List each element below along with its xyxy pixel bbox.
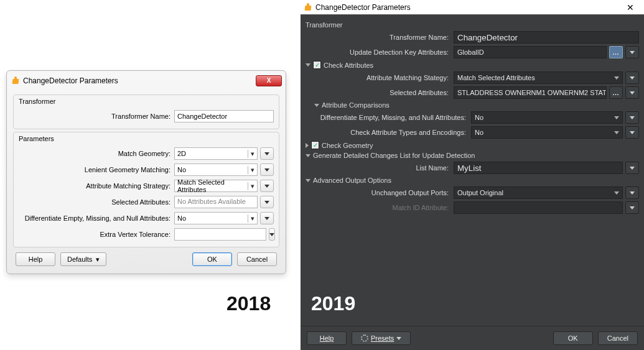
selected-attrs-menu-button[interactable] bbox=[625, 86, 639, 99]
match-geometry-menu-button[interactable] bbox=[260, 147, 274, 160]
chevron-down-icon bbox=[630, 116, 635, 119]
unchanged-ports-select[interactable]: Output Original bbox=[454, 187, 623, 199]
section-check-geometry-label: Check Geometry bbox=[322, 142, 373, 149]
chevron-down-icon: ▾ bbox=[248, 214, 254, 223]
unchanged-ports-menu-button[interactable] bbox=[625, 187, 639, 199]
help-button[interactable]: Help bbox=[16, 252, 55, 266]
chevron-down-icon bbox=[630, 206, 635, 210]
year-2018-label: 2018 bbox=[226, 292, 271, 315]
lenient-select[interactable]: No ▾ bbox=[174, 163, 258, 176]
chevron-down-icon: ▾ bbox=[248, 150, 254, 158]
expander-icon bbox=[306, 179, 310, 182]
check-types-menu-button[interactable] bbox=[625, 126, 639, 139]
dialog-footer-2018: Help Defaults ▾ OK Cancel bbox=[13, 247, 279, 267]
unchanged-ports-label: Unchanged Output Ports: bbox=[306, 189, 454, 196]
section-check-attributes[interactable]: Check Attributes bbox=[306, 61, 639, 69]
section-generate-changes-list[interactable]: Generate Detailed Changes List for Updat… bbox=[306, 152, 639, 159]
ellipsis-icon: … bbox=[612, 89, 620, 96]
check-types-value: No bbox=[475, 129, 483, 136]
selected-attrs-label: Selected Attributes: bbox=[19, 198, 174, 206]
dialog-footer-2019: Help Presets OK Cancel bbox=[301, 326, 644, 350]
transformer-name-input[interactable] bbox=[454, 31, 639, 44]
check-geometry-checkbox[interactable] bbox=[311, 141, 319, 149]
match-geometry-label: Match Geometry: bbox=[19, 150, 174, 157]
chevron-down-icon bbox=[396, 337, 401, 340]
update-key-label: Update Detection Key Attributes: bbox=[306, 48, 454, 56]
transformer-name-label: Transformer Name: bbox=[19, 113, 174, 120]
transformer-name-input[interactable] bbox=[174, 110, 274, 122]
extra-vertex-menu-button[interactable] bbox=[269, 228, 275, 241]
subsection-attr-comparisons[interactable]: Attribute Comparisons bbox=[314, 101, 639, 109]
update-key-browse-button[interactable]: … bbox=[609, 46, 623, 58]
expander-icon bbox=[314, 104, 319, 107]
app-icon bbox=[11, 76, 21, 86]
lenient-value: No bbox=[177, 166, 186, 173]
transformer-name-label: Transformer Name: bbox=[306, 34, 454, 41]
attr-strategy-label: Attribute Matching Stategy: bbox=[306, 74, 454, 81]
close-button[interactable]: X bbox=[256, 75, 282, 86]
match-id-label: Match ID Attribute: bbox=[306, 204, 454, 211]
update-key-menu-button[interactable] bbox=[625, 46, 639, 58]
window-title: ChangeDetector Parameters bbox=[23, 76, 118, 85]
section-advanced-output[interactable]: Advanced Output Options bbox=[306, 177, 639, 184]
defaults-button[interactable]: Defaults ▾ bbox=[60, 252, 106, 266]
presets-button[interactable]: Presets bbox=[352, 331, 411, 345]
list-name-input[interactable] bbox=[454, 162, 623, 174]
section-check-geometry[interactable]: Check Geometry bbox=[306, 141, 639, 149]
expander-icon bbox=[306, 63, 310, 67]
chevron-down-icon: ▾ bbox=[248, 166, 254, 174]
chevron-down-icon bbox=[630, 191, 635, 195]
match-geometry-select[interactable]: 2D ▾ bbox=[174, 147, 258, 160]
attr-strategy-select[interactable]: Match Selected Attributes ▾ bbox=[174, 180, 258, 192]
help-button[interactable]: Help bbox=[307, 331, 347, 345]
check-attributes-checkbox[interactable] bbox=[313, 61, 321, 69]
group-transformer-label: Transformer bbox=[19, 98, 274, 105]
cancel-button[interactable]: Cancel bbox=[237, 252, 277, 266]
selected-attrs-field[interactable]: STLADDRESS OWNERNM1 OWNERNM2 STATUS bbox=[454, 86, 607, 99]
attr-strategy-select[interactable]: Match Selected Attributes bbox=[454, 71, 623, 84]
ok-button[interactable]: OK bbox=[553, 331, 593, 345]
chevron-down-icon bbox=[614, 131, 619, 134]
match-geometry-value: 2D bbox=[177, 150, 186, 157]
attr-strategy-value: Match Selected Attributes bbox=[177, 178, 248, 193]
titlebar-2018[interactable]: ChangeDetector Parameters X bbox=[7, 71, 286, 88]
update-key-field[interactable]: GlobalID bbox=[454, 46, 607, 58]
help-label: Help bbox=[320, 334, 334, 342]
cancel-button[interactable]: Cancel bbox=[598, 331, 638, 345]
subsection-attr-comparisons-label: Attribute Comparisons bbox=[322, 101, 390, 109]
chevron-down-icon bbox=[614, 116, 619, 119]
chevron-down-icon bbox=[630, 91, 635, 94]
diff-empty-value: No bbox=[177, 214, 186, 222]
close-button[interactable]: ✕ bbox=[619, 2, 642, 12]
diff-empty-menu-button[interactable] bbox=[625, 111, 639, 124]
diff-empty-select[interactable]: No bbox=[471, 111, 623, 124]
ok-button[interactable]: OK bbox=[192, 252, 232, 266]
diff-empty-select[interactable]: No ▾ bbox=[174, 212, 258, 224]
check-types-select[interactable]: No bbox=[471, 126, 623, 139]
attr-strategy-menu-button[interactable] bbox=[625, 71, 639, 84]
diff-empty-label: Differentiate Empty, Missing, and Null A… bbox=[306, 114, 471, 121]
selected-attrs-browse-button[interactable]: … bbox=[609, 86, 623, 99]
list-name-menu-button[interactable] bbox=[625, 162, 639, 174]
chevron-down-icon bbox=[269, 233, 274, 236]
titlebar-2019[interactable]: ChangeDetector Parameters ✕ bbox=[301, 0, 644, 15]
chevron-down-icon bbox=[630, 131, 635, 134]
lenient-menu-button[interactable] bbox=[260, 163, 274, 176]
diff-empty-value: No bbox=[475, 114, 483, 121]
chevron-down-icon bbox=[264, 168, 269, 172]
section-advanced-output-label: Advanced Output Options bbox=[313, 177, 391, 184]
defaults-label: Defaults bbox=[67, 256, 92, 263]
match-id-menu-button[interactable] bbox=[625, 201, 639, 214]
selected-attrs-field[interactable]: No Attributes Available bbox=[174, 196, 258, 208]
chevron-down-icon bbox=[264, 201, 269, 204]
selected-attrs-menu-button[interactable] bbox=[260, 196, 274, 208]
chevron-down-icon bbox=[614, 191, 619, 195]
check-types-label: Check Attribute Types and Encodings: bbox=[306, 129, 471, 136]
gear-icon bbox=[361, 334, 368, 342]
extra-vertex-input[interactable] bbox=[174, 228, 266, 241]
attr-strategy-menu-button[interactable] bbox=[260, 180, 274, 192]
diff-empty-menu-button[interactable] bbox=[260, 212, 274, 224]
section-generate-changes-list-label: Generate Detailed Changes List for Updat… bbox=[313, 152, 475, 159]
presets-label: Presets bbox=[371, 334, 394, 342]
lenient-label: Lenient Geometry Matching: bbox=[19, 166, 174, 173]
